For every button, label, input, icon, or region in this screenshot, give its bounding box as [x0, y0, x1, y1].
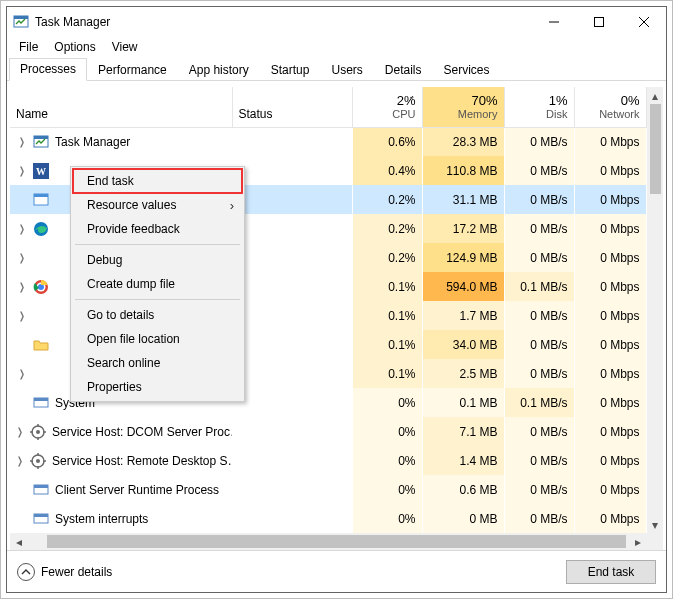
ctx-debug[interactable]: Debug [73, 248, 242, 272]
net-cell: 0 Mbps [574, 156, 646, 185]
status-cell [232, 417, 352, 446]
ctx-create-dump-file[interactable]: Create dump file [73, 272, 242, 296]
menu-file[interactable]: File [11, 38, 46, 56]
ctx-open-file-location[interactable]: Open file location [73, 327, 242, 351]
scroll-thumb-h[interactable] [47, 535, 626, 548]
ctx-search-online[interactable]: Search online [73, 351, 242, 375]
expand-icon[interactable]: ❯ [18, 223, 26, 234]
tab-users[interactable]: Users [320, 59, 373, 81]
disk-cell: 0.1 MB/s [504, 272, 574, 301]
sys-icon [33, 395, 49, 411]
process-name: System interrupts [55, 512, 148, 526]
menu-options[interactable]: Options [46, 38, 103, 56]
col-memory[interactable]: 70%Memory [422, 87, 504, 127]
expand-icon[interactable]: ❯ [18, 310, 26, 321]
ctx-properties[interactable]: Properties [73, 375, 242, 399]
disk-cell: 0 MB/s [504, 127, 574, 156]
table-row[interactable]: ❯Task Manager0.6%28.3 MB0 MB/s0 Mbps [10, 127, 646, 156]
cpu-cell: 0.4% [352, 156, 422, 185]
scroll-down-icon[interactable]: ▾ [648, 516, 664, 533]
tab-strip: ProcessesPerformanceApp historyStartupUs… [7, 57, 666, 81]
svg-text:W: W [36, 166, 46, 177]
ctx-resource-values[interactable]: Resource values [73, 193, 242, 217]
table-row[interactable]: ❯Service Host: Remote Desktop S…0%1.4 MB… [10, 446, 646, 475]
disk-cell: 0 MB/s [504, 156, 574, 185]
net-cell: 0 Mbps [574, 359, 646, 388]
col-cpu[interactable]: ⌄2%CPU [352, 87, 422, 127]
scroll-right-icon[interactable]: ▸ [629, 535, 646, 549]
blank-icon [33, 250, 49, 266]
net-cell: 0 Mbps [574, 127, 646, 156]
context-menu: End taskResource valuesProvide feedbackD… [70, 166, 245, 402]
fewer-details-button[interactable]: Fewer details [17, 563, 112, 581]
horizontal-scrollbar[interactable]: ◂ ▸ [10, 533, 663, 550]
folder-icon [33, 337, 49, 353]
status-cell [232, 504, 352, 533]
scroll-up-icon[interactable]: ▴ [648, 87, 664, 104]
mem-cell: 0.6 MB [422, 475, 504, 504]
net-cell: 0 Mbps [574, 185, 646, 214]
tab-startup[interactable]: Startup [260, 59, 321, 81]
expand-icon[interactable]: ❯ [17, 455, 23, 466]
status-cell [232, 243, 352, 272]
tab-app-history[interactable]: App history [178, 59, 260, 81]
word-icon: W [33, 163, 49, 179]
sys-icon [33, 482, 49, 498]
expand-icon[interactable]: ❯ [18, 252, 26, 263]
disk-cell: 0 MB/s [504, 185, 574, 214]
expand-icon[interactable]: ❯ [17, 426, 23, 437]
cpu-cell: 0% [352, 475, 422, 504]
chevron-down-icon: ⌄ [408, 91, 416, 101]
tab-processes[interactable]: Processes [9, 58, 87, 81]
scroll-left-icon[interactable]: ◂ [10, 535, 27, 549]
col-status[interactable]: Status [232, 87, 352, 127]
disk-cell: 0.1 MB/s [504, 388, 574, 417]
svg-rect-17 [34, 398, 48, 401]
cpu-cell: 0% [352, 446, 422, 475]
expand-icon[interactable]: ❯ [18, 136, 26, 147]
maximize-button[interactable] [576, 7, 621, 37]
scroll-thumb[interactable] [650, 104, 662, 194]
expand-icon[interactable]: ❯ [18, 281, 26, 292]
net-cell: 0 Mbps [574, 475, 646, 504]
svg-rect-31 [34, 485, 48, 488]
minimize-button[interactable] [531, 7, 576, 37]
cpu-cell: 0.2% [352, 185, 422, 214]
net-cell: 0 Mbps [574, 446, 646, 475]
task-manager-window: Task Manager FileOptionsView ProcessesPe… [6, 6, 667, 593]
ctx-provide-feedback[interactable]: Provide feedback [73, 217, 242, 241]
close-button[interactable] [621, 7, 666, 37]
cpu-cell: 0% [352, 388, 422, 417]
cpu-cell: 0.1% [352, 330, 422, 359]
net-cell: 0 Mbps [574, 417, 646, 446]
svc-icon [30, 453, 46, 469]
disk-cell: 0 MB/s [504, 214, 574, 243]
menu-view[interactable]: View [104, 38, 146, 56]
disk-cell: 0 MB/s [504, 301, 574, 330]
edge-icon [33, 221, 49, 237]
col-network[interactable]: 0%Network [574, 87, 646, 127]
tab-performance[interactable]: Performance [87, 59, 178, 81]
chevron-up-icon [17, 563, 35, 581]
cpu-cell: 0.6% [352, 127, 422, 156]
title-bar[interactable]: Task Manager [7, 7, 666, 37]
svg-rect-1 [14, 16, 28, 19]
expand-icon[interactable]: ❯ [18, 368, 26, 379]
end-task-button[interactable]: End task [566, 560, 656, 584]
col-name[interactable]: Name [10, 87, 232, 127]
col-disk[interactable]: 1%Disk [504, 87, 574, 127]
mem-cell: 7.1 MB [422, 417, 504, 446]
net-cell: 0 Mbps [574, 214, 646, 243]
expand-icon[interactable]: ❯ [18, 165, 26, 176]
cpu-cell: 0.1% [352, 301, 422, 330]
ctx-go-to-details[interactable]: Go to details [73, 303, 242, 327]
table-row[interactable]: System interrupts0%0 MB0 MB/s0 Mbps [10, 504, 646, 533]
table-row[interactable]: Client Server Runtime Process0%0.6 MB0 M… [10, 475, 646, 504]
ctx-end-task[interactable]: End task [73, 169, 242, 193]
svg-rect-7 [34, 136, 48, 139]
tab-details[interactable]: Details [374, 59, 433, 81]
vertical-scrollbar[interactable]: ▴ ▾ [647, 87, 664, 533]
process-name: Task Manager [55, 135, 130, 149]
tab-services[interactable]: Services [433, 59, 501, 81]
table-row[interactable]: ❯Service Host: DCOM Server Proc…0%7.1 MB… [10, 417, 646, 446]
